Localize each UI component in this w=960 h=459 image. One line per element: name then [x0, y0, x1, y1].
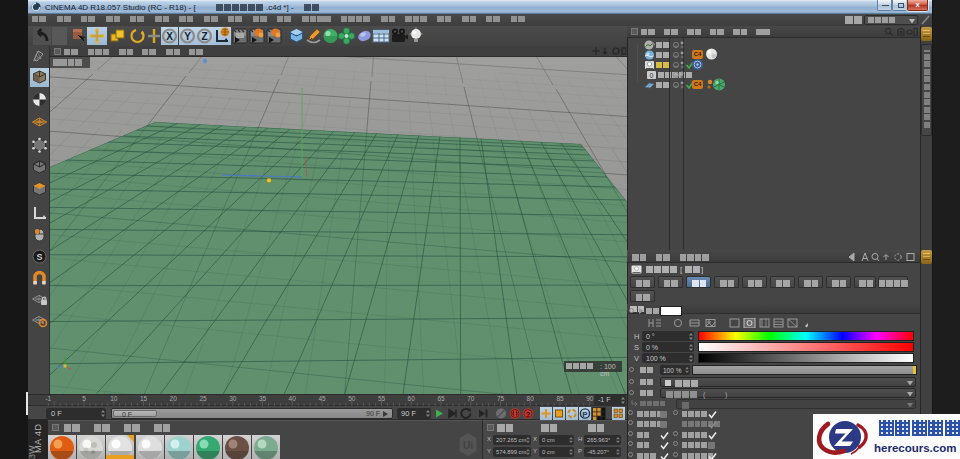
svg-text:X: X [166, 31, 173, 42]
svg-text:S: S [36, 252, 42, 262]
svg-text:50: 50 [348, 395, 356, 402]
svg-text:0: 0 [650, 72, 654, 79]
svg-text:?: ? [526, 410, 531, 419]
svg-text:15: 15 [140, 395, 148, 402]
svg-text:Y: Y [184, 31, 191, 42]
svg-text:25: 25 [199, 395, 207, 402]
svg-text:45: 45 [318, 395, 326, 402]
svg-text:80: 80 [527, 395, 535, 402]
svg-text:-1: -1 [45, 395, 51, 402]
svg-text:P: P [582, 410, 588, 419]
svg-text:90: 90 [586, 395, 594, 402]
svg-text:5: 5 [82, 395, 86, 402]
svg-text:70: 70 [467, 395, 475, 402]
svg-text:60: 60 [408, 395, 416, 402]
svg-text:85: 85 [556, 395, 564, 402]
svg-text:35: 35 [259, 395, 267, 402]
svg-text:55: 55 [378, 395, 386, 402]
svg-text:10: 10 [110, 395, 118, 402]
svg-text:Ui: Ui [463, 440, 473, 451]
svg-text:40: 40 [289, 395, 297, 402]
svg-text:75: 75 [497, 395, 505, 402]
svg-text:Z: Z [201, 31, 207, 42]
svg-text:30: 30 [229, 395, 237, 402]
svg-text:20: 20 [170, 395, 178, 402]
svg-text:65: 65 [437, 395, 445, 402]
